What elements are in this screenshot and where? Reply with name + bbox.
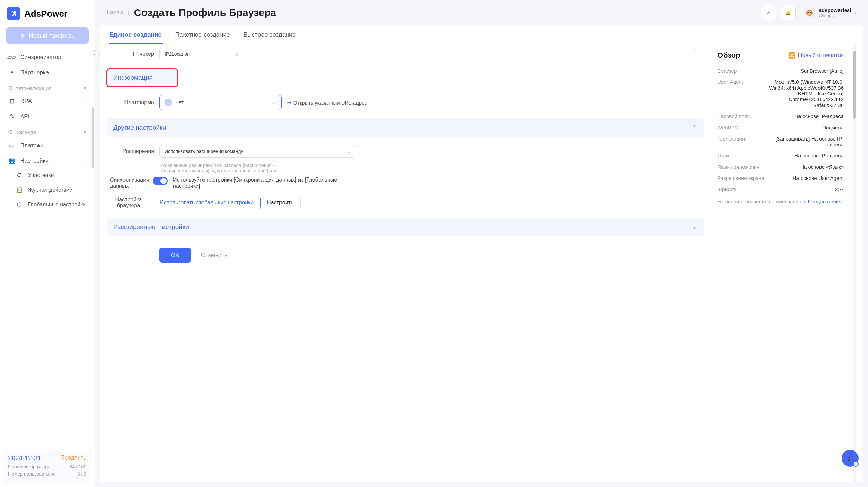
data-sync-label: Синхронизация данных [110, 177, 147, 189]
fab-arrow-icon: › [853, 461, 859, 467]
sidebar-item-activity-log[interactable]: 📋 Журнал действий [11, 183, 91, 197]
summary-note-prefix: Установите значения по умолчанию в [717, 199, 808, 204]
platform-value: Нет [175, 100, 184, 105]
back-button[interactable]: ‹ Назад [103, 9, 123, 16]
summary-panel: Обзор 🔀 Новый отпечаток БраузерSunBrowse… [717, 44, 846, 482]
users-count-label: Номер пользователя [8, 471, 54, 477]
sidebar-section-label: Команда [15, 129, 36, 135]
avatar: 🐵 [804, 7, 815, 18]
sidebar: AdsPower ⊕ Новый профиль ‹ ▱▱ Синхрониза… [0, 0, 95, 487]
sidebar-scrollbar[interactable] [92, 107, 94, 168]
new-fingerprint-button[interactable]: 🔀 Новый отпечаток [789, 52, 844, 59]
ip-checker-select[interactable]: IP2Location ⚠ ⌄ [159, 48, 295, 60]
tab-single[interactable]: Единое создание [109, 31, 161, 44]
sidebar-section-team[interactable]: ⚙ Команда ▾ [3, 124, 91, 138]
notifications-button[interactable]: 🔔 [781, 5, 796, 20]
logo[interactable]: AdsPower [0, 0, 95, 27]
sidebar-item-synchronizer[interactable]: ▱▱ Синхронизатор [3, 50, 91, 65]
chevron-down-icon: ⌄ [692, 223, 697, 231]
platform-label: Платформа [110, 99, 154, 106]
summary-value: На основе User Agent [768, 175, 844, 181]
page-title: Создать Профиль Браузера [134, 7, 276, 18]
sidebar-item-payments[interactable]: ▭ Платежи [3, 138, 91, 153]
extensions-help: Включенные расширения из раздела [Расшир… [100, 161, 303, 173]
tab-batch[interactable]: Пакетное создание [175, 31, 230, 44]
summary-note-suffix: . [717, 204, 719, 210]
summary-value: Подмена [768, 125, 844, 130]
sidebar-section-automation[interactable]: ⚙ Автоматизация ▾ [3, 80, 91, 94]
row-data-sync: Синхронизация данных Используйте настрой… [100, 173, 711, 192]
summary-key: Язык [717, 153, 768, 158]
chevron-up-icon[interactable]: ⌃ [693, 48, 697, 54]
browser-settings-custom-option[interactable]: Настроить [260, 196, 300, 209]
summary-key: Шрифты [717, 186, 768, 192]
tabs: Единое создание Пакетное создание Быстро… [100, 25, 863, 44]
summary-value: [Запрашивать] На основе IP-адреса [768, 136, 844, 147]
hex-gear-icon: ⬡ [16, 201, 23, 208]
user-menu[interactable]: 🐵 adspowertest Супер… › [801, 5, 860, 20]
tab-quick[interactable]: Быстрое создание [244, 31, 296, 44]
content-scroll: IP-чекер IP2Location ⚠ ⌄ Информация ⌃ Пл… [100, 44, 863, 482]
warning-icon: ⚠ [234, 51, 239, 57]
brand-name: AdsPower [24, 8, 67, 19]
browser-settings-global-option[interactable]: Использовать глобальные настройки [153, 196, 261, 209]
data-sync-text: Используйте настройки [Синхронизация дан… [173, 177, 363, 189]
star-icon: ✦ [8, 69, 16, 76]
sidebar-item-affiliate[interactable]: ✦ Партнерка [3, 65, 91, 80]
cancel-button[interactable]: Отменить [201, 252, 228, 259]
summary-value: На основе IP-адреса [768, 153, 844, 158]
summary-value: На основе IP-адреса [768, 113, 844, 119]
form-footer: OK Отменить [100, 241, 711, 269]
summary-key: WebRTC [717, 125, 768, 130]
section-advanced-settings[interactable]: Расширенные Настройки ⌄ [107, 218, 704, 236]
open-url-action[interactable]: ⊕ Открыть указанный URL-адрес [287, 99, 367, 106]
shuffle-icon: 🔀 [789, 52, 796, 59]
summary-title: Обзор [717, 51, 740, 60]
chevron-right-icon: › [855, 10, 856, 15]
ip-checker-label: IP-чекер [110, 51, 154, 57]
preferences-link[interactable]: Предпочтения [808, 199, 842, 204]
profiles-count-label: Профили браузера [8, 464, 51, 469]
section-information[interactable]: Информация [107, 69, 178, 87]
summary-value: Mozilla/5.0 (Windows NT 10.0; Win64; x64… [768, 79, 844, 108]
platform-select[interactable]: ··· Нет ⌄ [159, 95, 282, 110]
ok-button[interactable]: OK [159, 248, 191, 263]
section-other-settings[interactable]: Другие настройки ⌃ [107, 118, 704, 137]
gear-icon: ⚙ [8, 129, 13, 135]
summary-key: Геолокация [717, 136, 768, 147]
sidebar-item-label: Журнал действий [28, 187, 73, 193]
shield-user-icon: 🛡 [16, 172, 23, 179]
sidebar-item-api[interactable]: ✎ API [3, 109, 91, 124]
summary-key: Разрешение экрана [717, 175, 768, 181]
plus-icon: ⊕ [20, 32, 25, 39]
logo-icon [7, 7, 20, 20]
upload-button[interactable]: ⟳ [761, 5, 776, 20]
sidebar-section-label: Автоматизация [15, 85, 52, 91]
data-sync-toggle[interactable] [153, 177, 168, 185]
api-icon: ✎ [8, 113, 16, 120]
renew-link[interactable]: Продлить [60, 454, 86, 462]
bell-icon: 🔔 [785, 10, 791, 15]
sidebar-item-label: Партнерка [20, 69, 49, 76]
content-scrollbar[interactable] [853, 44, 856, 482]
row-platform: Платформа ··· Нет ⌄ ⊕ Открыть указанный … [100, 92, 711, 113]
upload-icon: ⟳ [767, 10, 770, 15]
platform-none-icon: ··· [165, 99, 172, 106]
summary-value: На основе «Язык» [768, 164, 844, 170]
summary-key: Браузер [717, 68, 768, 74]
section-label: Расширенные Настройки [113, 223, 189, 231]
summary-note: Установите значения по умолчанию в Предп… [717, 195, 844, 210]
sidebar-item-rpa[interactable]: ⊡ RPA › [3, 94, 91, 109]
browser-settings-segment: Использовать глобальные настройки Настро… [153, 196, 301, 209]
extensions-select[interactable]: Использовать расширения команды ⌄ [159, 145, 356, 158]
summary-key: Часовой пояс [717, 113, 768, 119]
support-fab[interactable]: 🎧 › [842, 450, 859, 467]
sidebar-item-members[interactable]: 🛡 Участники [11, 168, 91, 183]
plus-circle-icon: ⊕ [287, 99, 291, 106]
sidebar-item-global-settings[interactable]: ⬡ Глобальные настройки [11, 197, 91, 212]
sidebar-item-settings[interactable]: 👥 Настройки ⌄ [3, 153, 91, 168]
new-profile-button[interactable]: ⊕ Новый профиль [6, 27, 89, 44]
user-role: Супер… [819, 13, 852, 18]
chevron-down-icon: ⌄ [286, 51, 290, 57]
scrollbar-thumb[interactable] [853, 51, 856, 119]
